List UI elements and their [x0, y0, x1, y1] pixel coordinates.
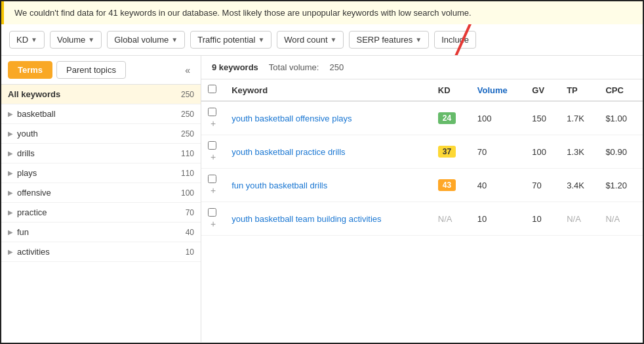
- tp-cell: 1.7K: [560, 101, 599, 135]
- keyword-item-youth[interactable]: ▶ youth 250: [1, 124, 201, 144]
- row-checkbox-cell: +: [201, 202, 225, 236]
- table-row: +youth basketball offensive plays2410015…: [201, 101, 643, 135]
- volume-cell: 10: [471, 202, 526, 236]
- keyword-item-count: 110: [181, 169, 194, 178]
- kd-badge: 37: [438, 146, 456, 158]
- filters-bar: KD ▼ Volume ▼ Global volume ▼ Traffic po…: [1, 24, 643, 56]
- summary-keywords-count: 9 keywords: [212, 62, 258, 72]
- keyword-item-drills[interactable]: ▶ drills 110: [1, 144, 201, 163]
- volume-cell: 40: [471, 169, 526, 202]
- gv-cell: 10: [525, 202, 560, 236]
- filter-volume[interactable]: Volume ▼: [50, 31, 102, 49]
- keyword-item-count: 250: [181, 110, 194, 119]
- tab-terms[interactable]: Terms: [8, 61, 52, 79]
- tab-parent-topics[interactable]: Parent topics: [56, 61, 126, 79]
- filter-include[interactable]: Include: [434, 31, 476, 49]
- add-keyword-button[interactable]: +: [208, 152, 218, 162]
- filter-kd[interactable]: KD ▼: [9, 31, 45, 49]
- add-keyword-button[interactable]: +: [208, 118, 218, 129]
- keyword-cell: youth basketball practice drills: [225, 135, 432, 169]
- filter-global-volume[interactable]: Global volume ▼: [107, 31, 185, 49]
- row-checkbox[interactable]: [208, 175, 216, 183]
- expand-icon: ▶: [8, 209, 13, 216]
- col-header-keyword: Keyword: [225, 79, 432, 101]
- chevron-down-icon: ▼: [331, 36, 337, 43]
- col-header-kd[interactable]: KD: [432, 79, 471, 101]
- keyword-item-plays[interactable]: ▶ plays 110: [1, 163, 201, 183]
- expand-icon: ▶: [8, 169, 13, 177]
- filter-word-count[interactable]: Word count ▼: [277, 31, 344, 49]
- kd-badge: 43: [438, 179, 456, 191]
- keyword-item-label: activities: [17, 247, 186, 257]
- keyword-item-practice[interactable]: ▶ practice 70: [1, 203, 201, 223]
- row-checkbox-cell: +: [201, 135, 225, 169]
- row-checkbox[interactable]: [208, 108, 216, 116]
- keyword-item-basketball[interactable]: ▶ basketball 250: [1, 104, 201, 124]
- keyword-link[interactable]: fun youth basketball drills: [231, 181, 327, 190]
- keywords-table: Keyword KD Volume GV TP CPC +youth baske…: [201, 79, 643, 236]
- keyword-item-label: practice: [17, 207, 186, 217]
- keyword-cell: youth basketball offensive plays: [225, 101, 432, 135]
- summary-bar: 9 keywords Total volume: 250: [201, 56, 643, 79]
- kd-cell: 37: [432, 135, 471, 169]
- col-header-cpc[interactable]: CPC: [599, 79, 643, 101]
- filter-include-label: Include: [441, 35, 469, 45]
- add-keyword-button[interactable]: +: [208, 185, 218, 196]
- kd-cell: 24: [432, 101, 471, 135]
- sidebar: Terms Parent topics « All keywords 250 ▶…: [1, 56, 201, 342]
- keyword-item-label: offensive: [17, 188, 181, 198]
- filter-volume-label: Volume: [57, 35, 85, 45]
- main-content: Terms Parent topics « All keywords 250 ▶…: [1, 56, 643, 342]
- cpc-cell: $1.20: [599, 169, 643, 202]
- summary-volume-label: Total volume:: [269, 62, 319, 72]
- tp-cell: N/A: [560, 202, 599, 236]
- sidebar-tabs: Terms Parent topics «: [1, 56, 201, 85]
- chevron-down-icon: ▼: [31, 36, 37, 43]
- keyword-item-label: basketball: [17, 109, 181, 119]
- row-checkbox[interactable]: [208, 141, 216, 150]
- expand-icon: ▶: [8, 189, 13, 196]
- row-checkbox-cell: +: [201, 101, 225, 135]
- filter-serp-features-label: SERP features: [356, 35, 413, 45]
- kd-cell: N/A: [432, 202, 471, 236]
- filter-kd-label: KD: [16, 35, 28, 45]
- keyword-link[interactable]: youth basketball offensive plays: [231, 114, 352, 123]
- keyword-item-label: All keywords: [8, 89, 181, 99]
- chevron-down-icon: ▼: [415, 36, 422, 43]
- filter-serp-features[interactable]: SERP features ▼: [349, 31, 429, 49]
- tp-cell: 3.4K: [560, 169, 599, 202]
- keyword-item-fun[interactable]: ▶ fun 40: [1, 223, 201, 242]
- chevron-down-icon: ▼: [88, 36, 94, 43]
- col-header-gv[interactable]: GV: [525, 79, 560, 101]
- collapse-sidebar-button[interactable]: «: [181, 64, 194, 77]
- filter-traffic-potential[interactable]: Traffic potential ▼: [190, 31, 272, 49]
- keyword-list: All keywords 250 ▶ basketball 250 ▶ yout…: [1, 85, 201, 262]
- expand-icon: ▶: [8, 248, 13, 255]
- keyword-link[interactable]: youth basketball practice drills: [231, 147, 345, 157]
- right-panel: 9 keywords Total volume: 250 Keyword KD …: [201, 56, 643, 342]
- table-row: +youth basketball team building activiti…: [201, 202, 643, 236]
- kd-cell: 43: [432, 169, 471, 202]
- keyword-link[interactable]: youth basketball team building activitie…: [231, 214, 381, 224]
- gv-cell: 150: [525, 101, 560, 135]
- keyword-cell: fun youth basketball drills: [225, 169, 432, 202]
- col-header-volume[interactable]: Volume: [471, 79, 526, 101]
- chevron-down-icon: ▼: [171, 36, 178, 43]
- select-all-header[interactable]: [201, 79, 225, 101]
- add-keyword-button[interactable]: +: [208, 219, 218, 229]
- keyword-item-all[interactable]: All keywords 250: [1, 85, 201, 104]
- keyword-item-activities[interactable]: ▶ activities 10: [1, 242, 201, 262]
- select-all-checkbox[interactable]: [208, 85, 216, 93]
- expand-icon: ▶: [8, 150, 13, 157]
- keyword-item-offensive[interactable]: ▶ offensive 100: [1, 183, 201, 203]
- row-checkbox-cell: +: [201, 169, 225, 202]
- keyword-item-label: youth: [17, 129, 181, 139]
- chevron-down-icon: ▼: [258, 36, 264, 43]
- filter-global-volume-label: Global volume: [114, 35, 169, 45]
- volume-cell: 70: [471, 135, 526, 169]
- col-header-tp[interactable]: TP: [560, 79, 599, 101]
- keyword-item-label: plays: [17, 168, 181, 178]
- gv-cell: 100: [525, 135, 560, 169]
- keyword-item-label: drills: [17, 148, 181, 158]
- row-checkbox[interactable]: [208, 208, 216, 217]
